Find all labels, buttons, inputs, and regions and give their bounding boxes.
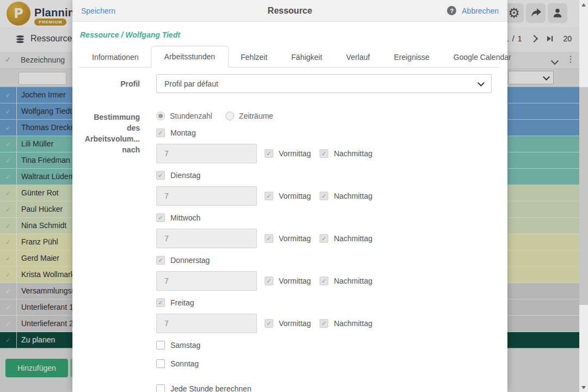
day-checkbox[interactable]: [156, 256, 165, 265]
nachmittag-checkbox: [320, 234, 328, 243]
tab[interactable]: Google Calendar: [442, 47, 523, 67]
vormittag-label: Vormittag: [279, 277, 311, 285]
day-checkbox[interactable]: [156, 213, 165, 222]
day-checkbox[interactable]: [156, 341, 165, 350]
day-label: Donnerstag: [170, 256, 210, 265]
nachmittag-checkbox: [320, 319, 328, 328]
nachmittag-label: Nachmittag: [334, 319, 372, 328]
dialog-tabs: Informationen Arbeitsstunden Fehlzeit Fä…: [80, 46, 500, 68]
tab[interactable]: Informationen: [80, 47, 151, 67]
bestimmung-label: Bestimmung des Arbeitsvolum... nach: [80, 112, 140, 392]
day-label: Montag: [170, 128, 196, 137]
radio-option: Zeiträume: [225, 112, 273, 120]
tab[interactable]: Arbeitsstunden: [151, 46, 229, 68]
jede-stunde-row: Jede Stunde berechnen: [156, 384, 500, 392]
resource-dialog: Speichern Ressource ? Abbrechen Ressourc…: [72, 0, 507, 392]
vormittag-checkbox: [265, 149, 273, 158]
day-label: Freitag: [170, 298, 194, 307]
day-label: Sonntag: [170, 359, 199, 368]
radio-button: [225, 112, 234, 120]
nachmittag-label: Nachmittag: [334, 277, 372, 285]
weekday-block: Donnerstag 7 Vormittag Nachmi: [156, 256, 500, 291]
profil-label: Profil: [80, 78, 140, 89]
help-icon[interactable]: ?: [447, 6, 456, 15]
nachmittag-label: Nachmittag: [334, 234, 372, 243]
vormittag-label: Vormittag: [279, 234, 311, 243]
mode-radio-group: Stundenzahl Zeiträume: [156, 112, 500, 120]
hours-input: 7: [156, 271, 257, 291]
hours-input: 7: [156, 144, 257, 163]
nachmittag-label: Nachmittag: [334, 192, 372, 200]
vormittag-checkbox: [265, 234, 273, 243]
scroll-up-icon[interactable]: [579, 0, 588, 9]
vormittag-label: Vormittag: [279, 192, 311, 200]
weekday-list: Montag 7 Vormittag Nachmittag: [156, 128, 500, 368]
day-checkbox[interactable]: [156, 359, 165, 368]
radio-option: Stundenzahl: [156, 112, 212, 120]
day-label: Samstag: [170, 341, 200, 350]
weekday-block: Montag 7 Vormittag Nachmittag: [156, 128, 500, 163]
day-checkbox[interactable]: [156, 298, 165, 307]
tab[interactable]: Verlauf: [334, 47, 382, 67]
weekday-block: Sonntag Vormittag Nachmittag: [156, 359, 500, 368]
weekday-block: Dienstag 7 Vormittag Nachmitt: [156, 171, 500, 206]
weekday-block: Freitag 7 Vormittag Nachmitta: [156, 298, 500, 333]
scroll-down-icon[interactable]: [579, 383, 588, 392]
scrollbar-thumb[interactable]: [579, 87, 588, 305]
hours-input: 7: [156, 186, 257, 206]
profil-select[interactable]: Profil par défaut: [156, 74, 492, 93]
vormittag-label: Vormittag: [279, 319, 311, 328]
bestimmung-fields: Stundenzahl Zeiträume: [156, 112, 500, 392]
arbeitsstunden-form: Profil Profil par défaut Bestimmung des …: [72, 68, 507, 392]
day-label: Dienstag: [170, 171, 200, 180]
vormittag-checkbox: [265, 192, 273, 200]
radio-label: Stundenzahl: [170, 112, 212, 120]
day-label: Mittwoch: [170, 213, 200, 222]
dialog-title: Ressource: [72, 6, 507, 16]
weekday-block: Mittwoch 7 Vormittag Nachmitt: [156, 213, 500, 248]
chevron-down-icon: [477, 79, 485, 87]
vormittag-checkbox: [265, 277, 273, 285]
dialog-header: Speichern Ressource ? Abbrechen: [72, 0, 507, 22]
tab[interactable]: Ereignisse: [382, 47, 441, 67]
breadcrumb: Ressource / Wolfgang Tiedt: [72, 22, 507, 46]
jede-stunde-label: Jede Stunde berechnen: [170, 384, 252, 392]
day-checkbox[interactable]: [156, 128, 165, 137]
radio-label: Zeiträume: [239, 112, 273, 120]
day-checkbox[interactable]: [156, 171, 165, 180]
jede-stunde-checkbox[interactable]: [156, 384, 165, 392]
nachmittag-label: Nachmittag: [334, 149, 372, 158]
tab[interactable]: Fähigkeit: [279, 47, 334, 67]
radio-button: [156, 112, 165, 120]
nachmittag-checkbox: [320, 192, 328, 200]
weekday-block: Samstag Vormittag Nachmittag: [156, 341, 500, 350]
nachmittag-checkbox: [320, 149, 328, 158]
hours-input: 7: [156, 229, 257, 248]
nachmittag-checkbox: [320, 277, 328, 285]
vormittag-label: Vormittag: [279, 149, 311, 158]
profil-selected-value: Profil par défaut: [164, 79, 218, 88]
vertical-scrollbar[interactable]: [579, 0, 588, 392]
cancel-button[interactable]: Abbrechen: [462, 7, 499, 15]
vormittag-checkbox: [265, 319, 273, 328]
hours-input: 7: [156, 314, 257, 333]
tab[interactable]: Fehlzeit: [229, 47, 279, 67]
